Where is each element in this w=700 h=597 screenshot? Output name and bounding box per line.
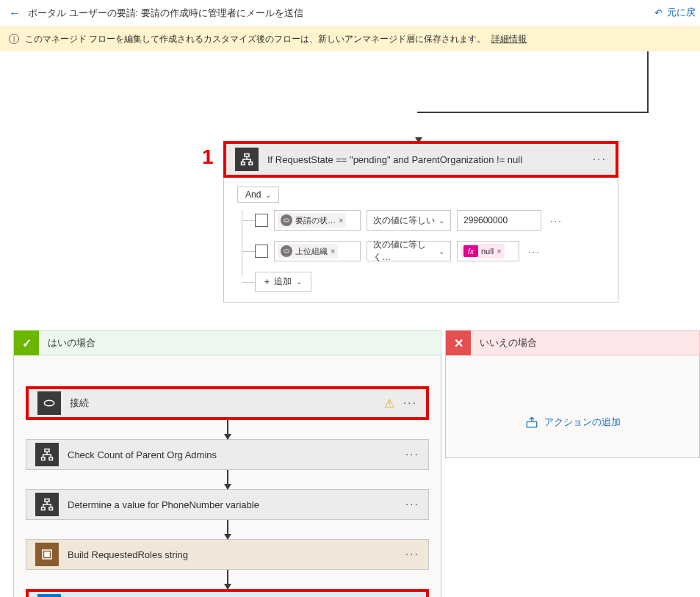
action-card[interactable]: Build RequestedRoles string ··· xyxy=(26,539,429,570)
yes-branch-header[interactable]: ✓ はいの場合 xyxy=(13,330,441,355)
action-menu-icon[interactable]: ··· xyxy=(405,498,419,511)
dynamic-token: 要請の状… × xyxy=(278,213,346,228)
action-menu-icon[interactable]: ··· xyxy=(403,397,417,410)
top-bar: ← ポータル ユーザーの要請: 要請の作成時に管理者にメールを送信 ↶ 元に戻 xyxy=(0,0,700,26)
svg-rect-6 xyxy=(45,449,49,452)
yes-branch: ✓ はいの場合 接続 ⚠ ··· Check Count of Pa xyxy=(13,330,441,597)
undo-icon: ↶ xyxy=(654,7,663,18)
info-link[interactable]: 詳細情報 xyxy=(491,33,527,46)
no-branch: ✕ いいえの場合 アクションの追加 xyxy=(445,330,700,458)
dataverse-icon xyxy=(281,214,292,226)
warning-icon: ⚠ xyxy=(384,397,394,410)
operator-select[interactable]: 次の値に等しい ⌄ xyxy=(367,210,451,231)
svg-rect-1 xyxy=(242,162,245,165)
annotation-1: 1 xyxy=(202,145,214,169)
chevron-down-icon: ⌄ xyxy=(265,191,271,199)
action-menu-icon[interactable]: ··· xyxy=(405,448,419,461)
info-icon: i xyxy=(9,34,19,44)
row-menu-icon[interactable]: ··· xyxy=(525,246,544,257)
add-action-icon xyxy=(525,416,538,429)
remove-token-icon[interactable]: × xyxy=(331,247,335,256)
connector-arrow xyxy=(227,470,228,489)
value-field[interactable]: 299600000 xyxy=(457,210,541,231)
row-menu-icon[interactable]: ··· xyxy=(547,215,566,226)
yes-branch-body: 接続 ⚠ ··· Check Count of Parent Org Admin… xyxy=(13,355,441,597)
add-row-button[interactable]: + 追加 ⌄ xyxy=(255,272,311,292)
condition-title: If RequestState == "pending" and ParentO… xyxy=(267,154,584,165)
condition-icon xyxy=(35,493,59,516)
flow-title: ポータル ユーザーの要請: 要請の作成時に管理者にメールを送信 xyxy=(28,7,303,20)
action-card[interactable]: Determine a value for PhoneNumber variab… xyxy=(26,489,429,520)
highlight-box-2: 接続 ⚠ ··· xyxy=(26,386,429,420)
action-menu-icon[interactable]: ··· xyxy=(405,548,419,561)
condition-row: 上位組織 × 次の値に等しく… ⌄ fx null × xyxy=(255,241,605,261)
svg-point-3 xyxy=(284,219,289,222)
chevron-down-icon: ⌄ xyxy=(439,247,444,256)
group-mode-button[interactable]: And ⌄ xyxy=(237,187,279,203)
field-picker[interactable]: 要請の状… × xyxy=(274,210,361,231)
action-card[interactable]: Check Count of Parent Org Admins ··· xyxy=(26,439,429,470)
condition-icon xyxy=(35,443,59,466)
condition-icon xyxy=(235,148,259,171)
info-text: このマネージド フローを編集して作成されるカスタマイズ後のフローは、新しいアンマ… xyxy=(25,33,486,46)
action-card[interactable]: o 接続 ⚠ ··· xyxy=(29,592,426,597)
field-picker[interactable]: 上位組織 × xyxy=(274,241,361,261)
action-card[interactable]: 接続 ⚠ ··· xyxy=(29,389,426,417)
outlook-icon: o xyxy=(37,594,61,597)
svg-rect-11 xyxy=(49,507,53,510)
no-branch-header[interactable]: ✕ いいえの場合 xyxy=(445,330,700,355)
connector-arrow xyxy=(227,420,228,439)
svg-point-5 xyxy=(44,400,54,406)
svg-rect-10 xyxy=(42,507,46,510)
connector-arrow xyxy=(227,570,228,589)
condition-rows: 要請の状… × 次の値に等しい ⌄ 299600000 ··· xyxy=(237,210,605,292)
svg-rect-17 xyxy=(527,421,537,427)
canvas: 1 2 3 If RequestState == "pending" and P… xyxy=(0,51,700,597)
svg-rect-2 xyxy=(249,162,253,165)
chevron-down-icon: ⌄ xyxy=(439,217,444,225)
scope-icon xyxy=(35,543,59,566)
operator-select[interactable]: 次の値に等しく… ⌄ xyxy=(367,241,451,261)
row-checkbox[interactable] xyxy=(255,245,268,258)
svg-rect-0 xyxy=(245,154,249,157)
condition-body: And ⌄ 要請の状… × xyxy=(223,178,618,303)
dataverse-icon xyxy=(281,245,292,257)
back-arrow-icon[interactable]: ← xyxy=(9,7,21,20)
dataverse-icon xyxy=(37,391,61,415)
revert-button[interactable]: ↶ 元に戻 xyxy=(654,6,696,19)
check-icon: ✓ xyxy=(14,330,39,355)
no-branch-body: アクションの追加 xyxy=(445,355,700,458)
remove-token-icon[interactable]: × xyxy=(497,247,501,256)
condition-card: If RequestState == "pending" and ParentO… xyxy=(223,141,618,303)
svg-rect-13 xyxy=(45,552,49,557)
info-banner: i このマネージド フローを編集して作成されるカスタマイズ後のフローは、新しいア… xyxy=(0,26,700,51)
condition-header[interactable]: If RequestState == "pending" and ParentO… xyxy=(226,144,616,175)
svg-point-4 xyxy=(284,250,289,253)
svg-rect-8 xyxy=(49,457,53,460)
yes-label: はいの場合 xyxy=(48,336,95,350)
remove-token-icon[interactable]: × xyxy=(339,216,343,225)
no-label: いいえの場合 xyxy=(480,336,537,350)
dynamic-token: 上位組織 × xyxy=(278,244,338,258)
condition-menu-icon[interactable]: ··· xyxy=(593,153,607,166)
connector-arrow xyxy=(227,520,228,539)
highlight-box-3: o 接続 ⚠ ··· xyxy=(26,589,429,597)
condition-row: 要請の状… × 次の値に等しい ⌄ 299600000 ··· xyxy=(255,210,605,231)
arrow-in-v1 xyxy=(647,51,649,112)
fx-icon: fx xyxy=(463,245,478,257)
close-icon: ✕ xyxy=(446,330,471,355)
value-field[interactable]: fx null × xyxy=(457,241,519,261)
row-checkbox[interactable] xyxy=(255,214,268,227)
svg-rect-9 xyxy=(45,499,49,502)
highlight-box-1: If RequestState == "pending" and ParentO… xyxy=(223,141,618,178)
arrow-in-h xyxy=(417,112,649,113)
chevron-down-icon: ⌄ xyxy=(296,278,302,286)
expression-token: fx null × xyxy=(461,244,505,258)
svg-rect-7 xyxy=(42,457,46,460)
plus-icon: + xyxy=(264,277,270,287)
add-action-button[interactable]: アクションの追加 xyxy=(458,416,688,429)
